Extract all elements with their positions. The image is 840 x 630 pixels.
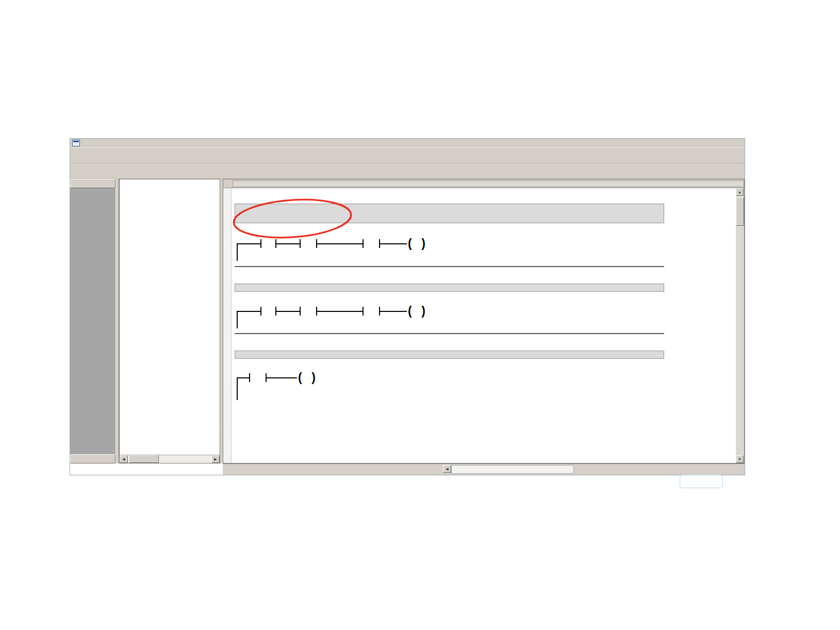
- app-icon: [72, 140, 80, 146]
- wire: [380, 311, 407, 312]
- editor-gutter: [223, 188, 232, 463]
- scroll-right-button[interactable]: ▶: [211, 455, 220, 463]
- network-2: (): [232, 274, 736, 334]
- ladder-canvas[interactable]: (): [232, 188, 736, 463]
- wire: [237, 243, 260, 244]
- main-content: ◀ ▶: [70, 179, 745, 463]
- output-coil-q0-0[interactable]: (): [407, 228, 426, 257]
- wire: [237, 311, 260, 312]
- editor-vertical-scrollbar[interactable]: ▲ ▼: [736, 188, 744, 463]
- wire: [276, 243, 300, 244]
- wire: [380, 243, 407, 244]
- project-tree: [120, 179, 220, 455]
- network-1: (): [232, 194, 736, 267]
- ladder-editor: (): [223, 179, 745, 463]
- compare-lt-contact[interactable]: [363, 228, 380, 257]
- menu-bar: [70, 139, 745, 148]
- settings-overlay-button[interactable]: [680, 475, 723, 488]
- power-rail: [237, 243, 238, 261]
- microwin-window: ◀ ▶: [70, 138, 745, 475]
- view-bar-header[interactable]: [70, 179, 116, 188]
- scroll-thumb[interactable]: [129, 455, 159, 463]
- network-comment-empty[interactable]: [235, 284, 664, 292]
- scroll-left-button[interactable]: ◀: [120, 455, 128, 463]
- wire: [317, 311, 363, 312]
- power-rail: [237, 377, 238, 400]
- network-comment-empty[interactable]: [235, 351, 664, 359]
- ladder-rung-2: (): [232, 296, 736, 325]
- symbol-info-table-1: [235, 266, 664, 267]
- wire: [267, 377, 297, 378]
- tools-bar-header[interactable]: [70, 454, 116, 463]
- editor-ruler: [223, 179, 744, 188]
- network-comment[interactable]: [235, 204, 664, 223]
- power-rail: [237, 311, 238, 328]
- compare-eq-contact[interactable]: [249, 362, 267, 393]
- ladder-rung-1: (): [232, 228, 736, 257]
- compare-gt-contact[interactable]: [300, 228, 317, 257]
- sidebar-splitter[interactable]: [116, 179, 119, 463]
- symbol-info-table-2: [235, 333, 664, 334]
- output-coil-m0-0[interactable]: (): [297, 362, 317, 393]
- compare-lt-contact[interactable]: [363, 296, 380, 325]
- scroll-up-button[interactable]: ▲: [736, 188, 744, 196]
- scroll-thumb[interactable]: [736, 197, 744, 226]
- view-bar-items: [70, 188, 116, 454]
- scroll-track[interactable]: [451, 465, 574, 474]
- editor-horizontal-scrollbar[interactable]: ◀: [443, 465, 574, 474]
- scroll-left-button[interactable]: ◀: [443, 465, 451, 473]
- wire: [317, 243, 363, 244]
- tab-bar-filler: [70, 463, 223, 475]
- ruler-scale: [233, 180, 744, 187]
- tree-horizontal-scrollbar[interactable]: ◀ ▶: [120, 455, 220, 463]
- standard-toolbar: [70, 148, 745, 163]
- output-coil-q0-1[interactable]: (): [407, 296, 426, 325]
- network-3: (): [232, 341, 736, 393]
- pou-tab-bar: ◀: [70, 463, 745, 475]
- navigation-bar: [70, 179, 116, 463]
- compare-gt-contact[interactable]: [300, 296, 317, 325]
- nc-contact-m0-0[interactable]: [260, 296, 276, 325]
- wire: [237, 377, 249, 378]
- wire: [276, 311, 300, 312]
- scroll-track[interactable]: [128, 455, 211, 463]
- ladder-toolbar: [70, 163, 745, 179]
- scroll-down-button[interactable]: ▼: [736, 455, 744, 463]
- ladder-rung-3: (): [232, 362, 736, 393]
- project-tree-panel: ◀ ▶: [119, 179, 220, 463]
- nc-contact-m0-0[interactable]: [260, 228, 276, 257]
